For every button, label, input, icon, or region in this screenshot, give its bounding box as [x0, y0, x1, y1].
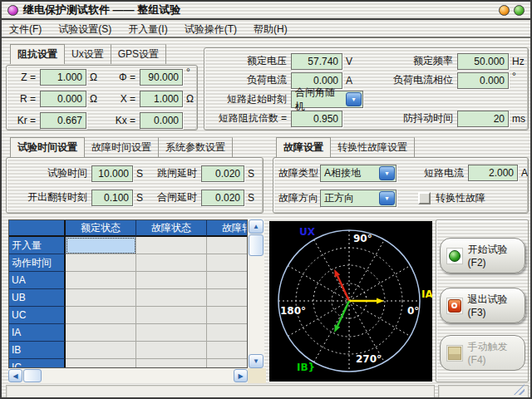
resize-grip[interactable] [514, 384, 525, 395]
tab-impedance-settings[interactable]: 阻抗设置 [10, 44, 65, 64]
x-input[interactable]: 1.000 [140, 91, 183, 107]
table-cell[interactable] [136, 307, 207, 324]
table-cell[interactable] [207, 237, 248, 254]
tab-ux-settings[interactable]: Ux设置 [65, 44, 111, 64]
test-time-input[interactable]: 10.000 [91, 165, 133, 182]
fault-type-dropdown[interactable]: A相接地 ▼ [320, 165, 397, 182]
phasor-display: UX 90° 180° 0° 270° IA IB} [269, 221, 432, 382]
status-table: 额定状态 故障状态 故障转换 开入量 动作时间 UA [8, 219, 266, 383]
close-delay-input[interactable]: 0.020 [201, 190, 244, 206]
table-row: UB [9, 289, 247, 307]
table-cell[interactable] [66, 289, 136, 307]
menu-item-test-settings[interactable]: 试验设置(S) [58, 22, 111, 37]
time-panel: 试验时间 10.000 S 跳闸延时 0.020 S 开出翻转时刻 0.100 … [6, 157, 264, 214]
menu-item-help[interactable]: 帮助(H) [254, 22, 288, 37]
rated-frequency-input[interactable]: 50.000 [457, 53, 509, 70]
flip-time-label: 开出翻转时刻 [12, 190, 91, 204]
scroll-down-button[interactable]: ▼ [249, 354, 264, 368]
table-cell[interactable] [207, 342, 248, 359]
table-cell[interactable] [136, 289, 207, 307]
table-cell[interactable] [66, 307, 136, 324]
fault-direction-dropdown[interactable]: 正方向 ▼ [320, 190, 397, 207]
short-start-dropdown[interactable]: 合闸角随机 ▼ [291, 91, 363, 108]
table-cell[interactable] [136, 359, 207, 368]
tab-test-time-settings[interactable]: 试验时间设置 [10, 137, 85, 157]
table-cell[interactable] [207, 324, 248, 342]
short-current-input[interactable]: 2.000 [468, 165, 518, 181]
ux-label: UX [299, 226, 316, 238]
table-cell[interactable] [207, 272, 248, 289]
deg270-label: 270° [356, 353, 382, 365]
rated-frequency-label: 额定频率 [364, 54, 457, 68]
scroll-up-button[interactable]: ▲ [249, 219, 264, 234]
table-cell[interactable] [136, 324, 207, 342]
load-current-label: 负荷电流 [208, 73, 291, 87]
h-scrollbar[interactable]: ◀ ▶ [8, 368, 248, 383]
app-window: 继电保护测试软件 —— 整组试验 文件(F) 试验设置(S) 开入量(I) 试验… [0, 0, 532, 399]
flip-time-input[interactable]: 0.100 [91, 190, 133, 206]
table-corner-cell [9, 220, 66, 237]
table-cell[interactable] [207, 289, 248, 307]
phi-label: Φ = [106, 71, 140, 83]
status-bar-left [6, 385, 435, 398]
v-scroll-thumb[interactable] [249, 234, 264, 256]
phi-unit: ° [183, 66, 198, 78]
yellow-vector-arrow [349, 298, 384, 304]
table-cell[interactable] [136, 272, 207, 289]
table-cell[interactable] [207, 359, 248, 368]
table-cell[interactable] [136, 254, 207, 272]
kx-label: Kx = [106, 115, 140, 126]
rated-voltage-input[interactable]: 57.740 [291, 53, 342, 70]
load-phase-unit: ° [509, 71, 527, 82]
load-phase-label: 负荷电流相位 [364, 73, 457, 87]
chevron-down-icon[interactable]: ▼ [379, 166, 395, 180]
table-cell[interactable] [66, 342, 136, 359]
selected-cell[interactable] [66, 237, 136, 254]
chevron-down-icon[interactable]: ▼ [346, 92, 362, 106]
tab-fault-settings[interactable]: 故障设置 [276, 137, 331, 157]
convert-fault-checkbox[interactable] [418, 192, 431, 204]
tab-convert-fault-settings[interactable]: 转换性故障设置 [331, 137, 415, 157]
convert-fault-label: 转换性故障 [436, 191, 485, 205]
time-tabstrip: 试验时间设置 故障时间设置 系统参数设置 [10, 139, 233, 157]
close-delay-unit: S [244, 192, 258, 204]
menu-item-test-operation[interactable]: 试验操作(T) [185, 22, 237, 37]
flip-time-unit: S [133, 192, 148, 204]
z-input[interactable]: 1.000 [40, 69, 86, 86]
table-cell[interactable] [207, 307, 248, 324]
trip-delay-input[interactable]: 0.020 [201, 165, 244, 182]
table-cell[interactable] [207, 254, 248, 272]
tab-system-param-settings[interactable]: 系统参数设置 [159, 137, 233, 157]
debounce-input[interactable]: 20 [457, 111, 509, 127]
tab-fault-time-settings[interactable]: 故障时间设置 [85, 137, 159, 157]
kx-input[interactable]: 0.000 [140, 112, 183, 129]
table-cell[interactable] [66, 324, 136, 342]
table-cell[interactable] [136, 342, 207, 359]
menu-item-input-quantity[interactable]: 开入量(I) [128, 22, 167, 37]
tab-gps-settings[interactable]: GPS设置 [111, 44, 166, 64]
table-cell[interactable] [136, 237, 207, 254]
load-phase-input[interactable]: 0.000 [457, 72, 509, 89]
ia-label: IA [421, 288, 432, 300]
menu-item-file[interactable]: 文件(F) [9, 22, 42, 37]
h-scroll-thumb[interactable] [23, 369, 42, 382]
start-test-button[interactable]: 开始试验(F2) [440, 238, 525, 273]
phi-input[interactable]: 90.000 [140, 69, 183, 86]
row-header-ic: IC [9, 359, 66, 368]
close-button[interactable] [514, 5, 525, 16]
menu-bar: 文件(F) 试验设置(S) 开入量(I) 试验操作(T) 帮助(H) [2, 22, 530, 38]
kr-input[interactable]: 0.667 [40, 112, 86, 129]
r-input[interactable]: 0.000 [40, 91, 86, 107]
scroll-right-button[interactable]: ▶ [234, 369, 248, 382]
exit-test-button[interactable]: 退出试验(F3) [440, 288, 525, 323]
z-unit: Ω [86, 71, 106, 83]
fault-type-label: 故障类型 [278, 166, 320, 180]
v-scrollbar[interactable]: ▲ ▼ [248, 219, 264, 368]
table-cell[interactable] [66, 359, 136, 368]
minimize-button[interactable] [499, 5, 510, 16]
scroll-left-button[interactable]: ◀ [8, 369, 22, 382]
table-cell[interactable] [66, 254, 136, 272]
table-cell[interactable] [66, 272, 136, 289]
chevron-down-icon[interactable]: ▼ [379, 191, 395, 205]
kr-label: Kr = [12, 115, 40, 126]
